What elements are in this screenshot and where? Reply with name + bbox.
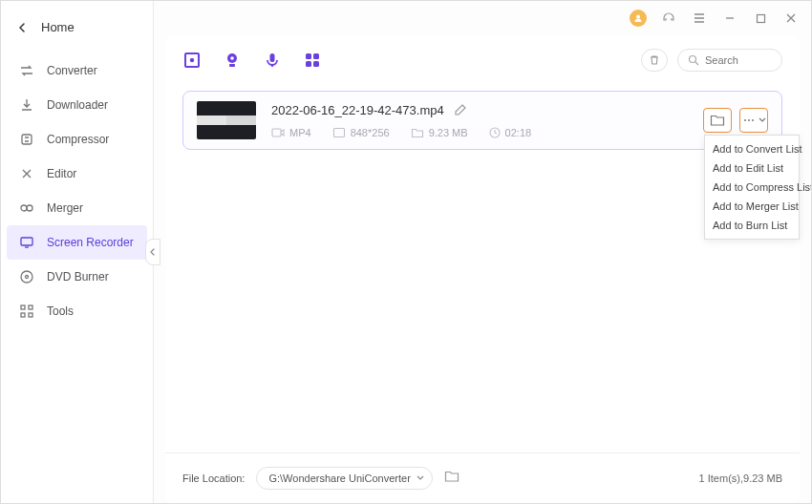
folder-icon — [444, 470, 459, 483]
support-icon[interactable] — [660, 10, 677, 27]
search-box[interactable] — [677, 49, 782, 72]
svg-rect-9 — [29, 313, 32, 317]
svg-rect-3 — [21, 238, 32, 245]
svg-point-27 — [748, 119, 750, 121]
dvd-burner-icon — [18, 268, 35, 285]
clock-icon — [489, 127, 501, 138]
svg-rect-11 — [757, 14, 764, 22]
minimize-button[interactable] — [721, 10, 738, 27]
chevron-left-icon — [149, 248, 157, 256]
close-button[interactable] — [782, 10, 800, 27]
svg-point-28 — [752, 119, 754, 121]
sidebar-item-label: Screen Recorder — [47, 236, 134, 249]
svg-rect-23 — [272, 129, 281, 136]
svg-point-15 — [230, 56, 234, 60]
meta-size: 9.23 MB — [411, 127, 468, 138]
search-icon — [688, 54, 699, 66]
dropdown-item-convert[interactable]: Add to Convert List — [705, 139, 799, 158]
chevron-down-icon — [417, 475, 424, 481]
folder-open-icon — [710, 114, 725, 127]
svg-rect-8 — [21, 313, 25, 317]
maximize-button[interactable] — [752, 10, 769, 27]
more-actions-button[interactable] — [739, 108, 768, 133]
svg-point-13 — [190, 58, 194, 62]
record-webcam-button[interactable] — [223, 51, 242, 70]
main: 2022-06-16_22-19-42-473.mp4 MP4 848*256 … — [154, 1, 811, 503]
editor-icon — [18, 165, 35, 182]
resolution-icon — [332, 127, 346, 138]
sidebar-item-tools[interactable]: Tools — [1, 294, 153, 328]
sidebar-header: Home — [1, 10, 153, 53]
svg-rect-18 — [306, 53, 311, 59]
open-folder-button[interactable] — [703, 108, 732, 133]
sidebar-item-screen-recorder[interactable]: Screen Recorder — [7, 225, 147, 260]
sidebar-item-merger[interactable]: Merger — [1, 191, 153, 225]
downloader-icon — [18, 96, 35, 114]
back-icon[interactable] — [18, 23, 28, 32]
record-audio-button[interactable] — [263, 51, 282, 70]
sidebar-items: Converter Downloader Compressor Editor M… — [1, 53, 153, 328]
search-input[interactable] — [705, 54, 772, 66]
svg-point-26 — [744, 119, 746, 121]
sidebar: Home Converter Downloader Compressor Edi… — [1, 1, 154, 503]
svg-point-2 — [27, 205, 32, 211]
video-thumbnail — [197, 101, 256, 139]
sidebar-item-editor[interactable]: Editor — [1, 157, 153, 191]
sidebar-item-converter[interactable]: Converter — [1, 53, 153, 88]
file-row[interactable]: 2022-06-16_22-19-42-473.mp4 MP4 848*256 … — [182, 91, 782, 150]
record-screen-button[interactable] — [182, 51, 202, 70]
converter-icon — [18, 62, 35, 79]
titlebar — [154, 1, 811, 35]
svg-point-10 — [636, 15, 640, 19]
sidebar-item-label: Tools — [47, 304, 74, 318]
merger-icon — [18, 200, 35, 217]
sidebar-item-label: Downloader — [47, 98, 108, 112]
sidebar-item-compressor[interactable]: Compressor — [1, 122, 153, 157]
svg-rect-24 — [333, 128, 344, 136]
more-actions-dropdown: Add to Convert List Add to Edit List Add… — [704, 135, 800, 240]
svg-rect-7 — [29, 305, 32, 309]
browse-folder-button[interactable] — [444, 470, 459, 487]
camera-icon — [271, 127, 285, 138]
svg-rect-16 — [229, 64, 235, 67]
sidebar-item-label: Merger — [47, 201, 83, 215]
collapse-handle[interactable] — [145, 239, 160, 265]
sidebar-item-label: DVD Burner — [47, 270, 109, 284]
svg-point-5 — [26, 276, 29, 279]
avatar[interactable] — [630, 10, 647, 27]
sidebar-item-dvd-burner[interactable]: DVD Burner — [1, 260, 153, 294]
file-name: 2022-06-16_22-19-42-473.mp4 — [271, 103, 444, 117]
svg-rect-19 — [313, 53, 319, 59]
footer: File Location: G:\Wondershare UniConvert… — [165, 452, 800, 503]
toolbar — [165, 35, 800, 85]
svg-rect-6 — [21, 305, 25, 309]
sidebar-item-label: Editor — [47, 167, 76, 180]
folder-icon — [411, 127, 424, 138]
dropdown-item-compress[interactable]: Add to Compress List — [705, 178, 799, 197]
file-location-label: File Location: — [182, 472, 245, 484]
svg-point-4 — [21, 271, 32, 283]
chevron-down-icon — [759, 117, 766, 123]
content-card: 2022-06-16_22-19-42-473.mp4 MP4 848*256 … — [165, 35, 800, 503]
meta-format: MP4 — [271, 127, 311, 138]
sidebar-item-downloader[interactable]: Downloader — [1, 88, 153, 122]
compressor-icon — [18, 131, 35, 148]
trash-icon — [649, 54, 660, 66]
rename-icon[interactable] — [454, 103, 467, 116]
svg-rect-20 — [306, 61, 311, 67]
more-icon — [742, 117, 756, 123]
menu-icon[interactable] — [691, 10, 708, 27]
tools-icon — [18, 303, 35, 320]
dropdown-item-edit[interactable]: Add to Edit List — [705, 158, 799, 178]
sidebar-item-label: Compressor — [47, 133, 109, 146]
svg-rect-0 — [22, 135, 32, 144]
svg-point-22 — [690, 56, 696, 63]
file-location-path: G:\Wondershare UniConverter — [268, 472, 410, 484]
dropdown-item-burn[interactable]: Add to Burn List — [705, 216, 799, 235]
screen-recorder-icon — [18, 234, 35, 251]
dropdown-item-merger[interactable]: Add to Merger List — [705, 197, 799, 216]
file-location-select[interactable]: G:\Wondershare UniConverter — [256, 467, 432, 490]
delete-button[interactable] — [641, 49, 668, 72]
grid-view-button[interactable] — [303, 51, 322, 70]
footer-summary: 1 Item(s),9.23 MB — [699, 472, 782, 484]
